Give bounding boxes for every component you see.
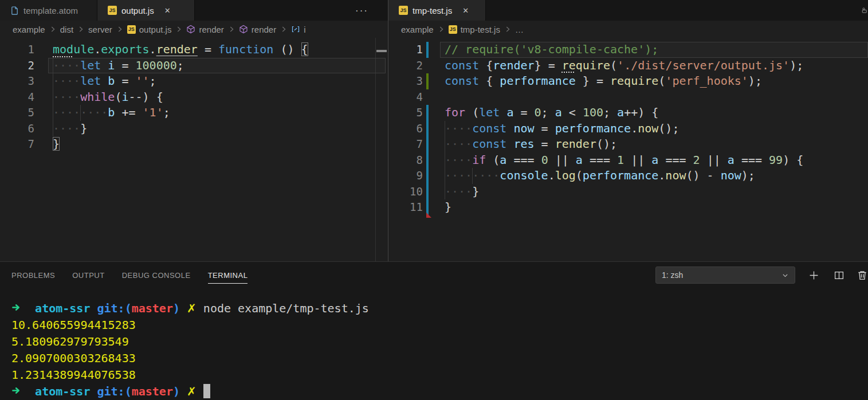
terminal-line: 5.180962979793549 [11, 334, 868, 350]
code-line[interactable]: 4 [388, 89, 868, 105]
code-line[interactable]: 5for (let a = 0; a < 100; a++) { [388, 105, 868, 121]
git-gutter-modified [426, 184, 429, 200]
breadcrumb-item[interactable]: i [291, 25, 305, 34]
breadcrumb-chevron-icon [116, 25, 124, 33]
line-number[interactable]: 7 [388, 136, 423, 152]
left-tab-strip: template.atomJSoutput.js✕ ··· [0, 0, 388, 21]
code-line[interactable]: 10····} [388, 184, 868, 200]
prompt-arrow-icon [11, 387, 21, 395]
line-content: ····} [445, 184, 479, 200]
left-editor[interactable]: 1module.exports.render = function () {2·… [0, 38, 388, 261]
breadcrumb-label: example [401, 25, 434, 34]
code-line[interactable]: 7} [0, 136, 388, 152]
right-editor[interactable]: 1// require('v8-compile-cache');2const {… [388, 38, 868, 261]
code-line[interactable]: 7····const res = render(); [388, 136, 868, 152]
line-content: ····} [53, 121, 87, 137]
prompt-arrow-icon [11, 304, 21, 312]
line-content: } [445, 199, 451, 215]
kill-terminal-icon[interactable] [857, 270, 868, 280]
line-number[interactable]: 11 [388, 199, 423, 215]
line-number[interactable]: 2 [388, 58, 423, 74]
line-number[interactable]: 5 [0, 105, 34, 121]
line-content: ········console.log(performance.now() - … [445, 168, 755, 184]
breadcrumb-item[interactable]: example [401, 25, 434, 34]
line-content: for (let a = 0; a < 100; a++) { [445, 105, 658, 121]
breadcrumb-chevron-icon [437, 25, 445, 33]
right-breadcrumbs: exampleJStmp-test.js… [388, 21, 868, 38]
line-number[interactable]: 9 [388, 168, 423, 184]
line-number[interactable]: 10 [388, 184, 423, 200]
line-content: } [53, 136, 60, 152]
close-icon[interactable]: ✕ [164, 6, 171, 15]
breadcrumb-item[interactable]: render [186, 25, 223, 34]
line-content: module.exports.render = function () { [53, 42, 308, 58]
line-number[interactable]: 5 [388, 105, 423, 121]
line-number[interactable]: 1 [388, 42, 423, 58]
breadcrumb-item[interactable]: render [239, 25, 276, 34]
lock-icon[interactable] [862, 0, 868, 21]
tab-template.atom[interactable]: template.atom [0, 0, 97, 21]
line-number[interactable]: 3 [0, 73, 34, 89]
terminal-actions: 1: zsh [655, 266, 868, 284]
panel-tab-terminal[interactable]: TERMINAL [208, 267, 248, 284]
editor-area: template.atomJSoutput.js✕ ··· exampledis… [0, 0, 868, 261]
panel-tab-output[interactable]: OUTPUT [72, 267, 104, 284]
code-line[interactable]: 6····const now = performance.now(); [388, 121, 868, 137]
tab-output.js[interactable]: JSoutput.js✕ [97, 0, 195, 21]
panel-tab-problems[interactable]: PROBLEMS [11, 267, 55, 284]
breadcrumb-item[interactable]: JStmp-test.js [449, 25, 500, 34]
breadcrumb-item[interactable]: … [515, 25, 524, 34]
breadcrumb-chevron-icon [49, 25, 57, 33]
code-line[interactable]: 2····let i = 100000; [0, 58, 388, 74]
line-number[interactable]: 6 [388, 121, 423, 137]
line-number[interactable]: 3 [388, 73, 423, 89]
javascript-file-icon: JS [399, 6, 408, 15]
panel-header: PROBLEMSOUTPUTDEBUG CONSOLETERMINAL 1: z… [0, 262, 868, 288]
line-number[interactable]: 1 [0, 42, 34, 58]
left-breadcrumbs: exampledistserverJSoutput.jsrenderrender… [0, 21, 388, 38]
split-terminal-icon[interactable] [832, 268, 846, 282]
breadcrumb-item[interactable]: example [13, 25, 45, 34]
git-gutter-added [426, 73, 429, 89]
code-line[interactable]: 4····while(i--) { [0, 89, 388, 105]
terminal[interactable]: atom-ssr git:(master) ✗ node example/tmp… [0, 288, 868, 400]
git-gutter-modified [426, 121, 429, 137]
code-line[interactable]: 3const { performance } = require('perf_h… [388, 73, 868, 89]
code-line[interactable]: 8····if (a === 0 || a === 1 || a === 2 |… [388, 152, 868, 168]
breadcrumb-label: server [88, 25, 112, 34]
tab-tmp-test.js[interactable]: JStmp-test.js✕ [388, 0, 486, 21]
breadcrumb-label: dist [60, 25, 73, 34]
line-number[interactable]: 4 [388, 89, 423, 105]
terminal-select[interactable]: 1: zsh [655, 266, 795, 284]
line-number[interactable]: 4 [0, 89, 34, 105]
line-content: // require('v8-compile-cache'); [445, 42, 658, 58]
breadcrumb-label: example [13, 25, 45, 34]
code-line[interactable]: 3····let b = ''; [0, 73, 388, 89]
breadcrumb-label: output.js [139, 25, 172, 34]
chevron-down-icon [781, 272, 789, 279]
more-actions-icon[interactable]: ··· [355, 6, 368, 15]
git-gutter-modified [426, 136, 429, 152]
line-content: ····while(i--) { [53, 89, 163, 105]
code-line[interactable]: 6····} [0, 121, 388, 137]
code-line[interactable]: 9········console.log(performance.now() -… [388, 168, 868, 184]
line-number[interactable]: 6 [0, 121, 34, 137]
line-number[interactable]: 8 [388, 152, 423, 168]
code-line[interactable]: 1// require('v8-compile-cache'); [388, 42, 868, 58]
breadcrumb-chevron-icon [280, 25, 288, 33]
line-number[interactable]: 2 [0, 58, 34, 74]
breadcrumb-item[interactable]: server [88, 25, 112, 34]
bottom-panel: PROBLEMSOUTPUTDEBUG CONSOLETERMINAL 1: z… [0, 261, 868, 400]
code-line[interactable]: 1module.exports.render = function () { [0, 42, 388, 58]
line-number[interactable]: 7 [0, 136, 34, 152]
breadcrumb-item[interactable]: dist [60, 25, 73, 34]
code-line[interactable]: 11} [388, 199, 868, 215]
new-terminal-icon[interactable] [807, 268, 820, 282]
panel-tab-debug-console[interactable]: DEBUG CONSOLE [122, 267, 191, 284]
javascript-file-icon: JS [449, 25, 457, 34]
code-line[interactable]: 2const {render} = require('./dist/server… [388, 58, 868, 74]
breadcrumb-chevron-icon [504, 25, 512, 33]
code-line[interactable]: 5········b += '1'; [0, 105, 388, 121]
close-icon[interactable]: ✕ [462, 6, 469, 15]
breadcrumb-item[interactable]: JSoutput.js [127, 25, 172, 34]
